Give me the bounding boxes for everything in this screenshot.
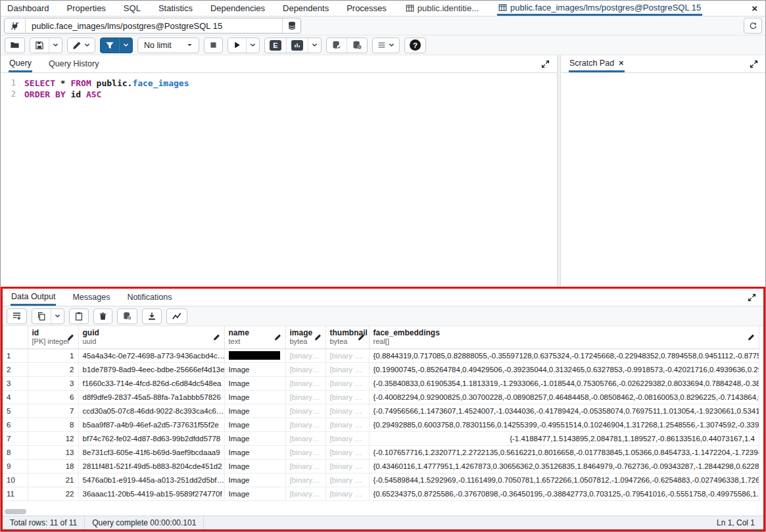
doc-tab-face-images[interactable]: public.face_images/lms/postgres@PostgreS… <box>497 1 702 16</box>
cell-id[interactable]: 7 <box>28 404 78 418</box>
tab-query-history[interactable]: Query History <box>48 55 99 72</box>
tab-scratch-pad[interactable]: Scratch Pad × <box>569 55 625 72</box>
row-number-cell[interactable]: 6 <box>3 418 28 431</box>
cell-guid[interactable]: bf74c762-fe02-4d87-8d63-99b2dfdd5778 <box>78 431 224 445</box>
explain-button[interactable]: E <box>265 38 286 53</box>
cell-image[interactable]: [binary data] <box>285 473 325 487</box>
cell-thumbnail[interactable]: [binary data] <box>325 473 369 487</box>
cell-name[interactable]: Image <box>224 362 285 376</box>
table-row[interactable]: 57ccd30a05-07c8-46dd-9022-8c393ca4c6…Ima… <box>3 404 759 418</box>
cell-face-embeddings[interactable]: {0.8844319,0.717085,0.82888055,-0.355971… <box>369 349 759 362</box>
menu-item-processes[interactable]: Processes <box>347 1 387 16</box>
cell-guid[interactable]: d8f9dfe9-2837-45a5-88fa-7a1abbb57826 <box>78 390 224 404</box>
edit-pencil-icon[interactable] <box>67 333 74 341</box>
save-options-chevron[interactable] <box>49 38 62 53</box>
cell-face-embeddings[interactable]: {0.43460116,1.4777951,1.4267873,0.306563… <box>369 459 759 473</box>
row-number-cell[interactable]: 2 <box>3 362 28 376</box>
doc-tab-identities[interactable]: public.identitie... <box>404 1 480 16</box>
copy-button[interactable] <box>32 309 51 324</box>
reset-query-button[interactable] <box>744 18 762 34</box>
cell-image[interactable]: [binary data] <box>285 390 325 404</box>
cell-face-embeddings[interactable]: {-0.74956566,1.1473607,1.4524007,-1.0344… <box>369 404 759 418</box>
grid-corner-cell[interactable] <box>3 326 28 349</box>
cell-guid[interactable]: 45a4a34c-0e72-4698-a773-9436acbd4c… <box>78 349 224 362</box>
column-header-face_embeddings[interactable]: face_embeddingsreal[] <box>369 326 759 349</box>
cell-guid[interactable]: 8e731cf3-605e-41f6-b69d-9aef9bcdaaa9 <box>78 445 224 459</box>
cell-face-embeddings[interactable]: {0.19900745,-0.85264784,0.49429506,-0.39… <box>369 362 759 376</box>
row-limit-select[interactable]: No limit <box>138 38 199 53</box>
cell-name[interactable]: Image <box>224 473 285 487</box>
tab-messages[interactable]: Messages <box>72 289 110 306</box>
paste-button[interactable] <box>70 309 88 324</box>
copy-options-chevron[interactable] <box>51 309 64 324</box>
table-row[interactable]: 46d8f9dfe9-2837-45a5-88fa-7a1abbb57826Im… <box>3 390 759 404</box>
cell-guid[interactable]: b1de7879-8ad9-4eec-bdbe-25666ef4d13e <box>78 362 224 376</box>
cell-id[interactable]: 2 <box>28 362 78 376</box>
filter-options-chevron[interactable] <box>119 38 132 53</box>
cell-name[interactable]: Image <box>224 459 285 473</box>
row-number-cell[interactable]: 10 <box>3 473 28 487</box>
explain-options-chevron[interactable] <box>308 38 321 53</box>
sql-editor-code[interactable]: 1SELECT * FROM public.face_images2ORDER … <box>1 73 557 287</box>
menu-item-properties[interactable]: Properties <box>67 1 106 16</box>
cell-thumbnail[interactable]: [binary data] <box>325 349 369 362</box>
table-row[interactable]: 712bf74c762-fe02-4d87-8d63-99b2dfdd5778I… <box>3 431 759 445</box>
rollback-button[interactable] <box>347 38 367 53</box>
menu-item-dashboard[interactable]: Dashboard <box>7 1 49 16</box>
cell-thumbnail[interactable]: [binary data] <box>325 459 369 473</box>
explain-analyze-button[interactable] <box>286 38 308 53</box>
cell-id[interactable]: 18 <box>28 459 78 473</box>
cell-thumbnail[interactable]: [binary data] <box>325 376 369 390</box>
cell-guid[interactable]: 2811f481-521f-49d5-b883-8204cde451d2 <box>78 459 224 473</box>
close-icon[interactable]: × <box>752 1 757 16</box>
close-icon[interactable]: × <box>619 58 624 68</box>
execute-query-button[interactable] <box>228 38 246 53</box>
cell-image[interactable]: [binary data] <box>285 459 325 473</box>
cell-image[interactable]: [binary data] <box>285 376 325 390</box>
tab-notifications[interactable]: Notifications <box>126 289 172 306</box>
expand-icon[interactable] <box>748 289 756 306</box>
cell-guid[interactable]: ccd30a05-07c8-46dd-9022-8c393ca4c6… <box>78 404 224 418</box>
cell-thumbnail[interactable]: [binary data] <box>325 404 369 418</box>
column-header-id[interactable]: id[PK] integer <box>28 326 78 349</box>
column-header-name[interactable]: nametext <box>224 326 285 349</box>
save-file-button[interactable] <box>30 38 49 53</box>
cell-image[interactable]: [binary data] <box>285 445 325 459</box>
column-header-guid[interactable]: guiduuid <box>78 326 224 349</box>
menu-item-dependents[interactable]: Dependents <box>283 1 329 16</box>
table-row[interactable]: 22b1de7879-8ad9-4eec-bdbe-25666ef4d13eIm… <box>3 362 759 376</box>
cell-guid[interactable]: 5476a0b1-e919-445a-a013-251dd2d5bf… <box>78 473 224 487</box>
graph-visualiser-button[interactable] <box>167 309 187 324</box>
cell-id[interactable]: 22 <box>28 487 78 500</box>
edit-pencil-icon[interactable] <box>213 333 220 341</box>
cell-face-embeddings[interactable]: {-0.35840833,0.61905354,1.1813319,-1.293… <box>369 376 759 390</box>
cell-name[interactable]: Image <box>224 390 285 404</box>
row-number-cell[interactable]: 7 <box>3 431 28 445</box>
execute-options-chevron[interactable] <box>246 38 259 53</box>
cell-face-embeddings[interactable]: {-0.107657716,1.2320771,2.2722135,0.5616… <box>369 445 759 459</box>
cell-image[interactable]: [binary data] <box>285 431 325 445</box>
cell-guid[interactable]: f1660c33-714e-4fcd-826d-c6d84dc548ea <box>78 376 224 390</box>
expand-icon[interactable] <box>541 55 550 72</box>
row-number-cell[interactable]: 3 <box>3 376 28 390</box>
cell-face-embeddings[interactable]: {-0.40082294,0.92900825,0.30700228,-0.08… <box>369 390 759 404</box>
table-row[interactable]: 8138e731cf3-605e-41f6-b69d-9aef9bcdaaa9I… <box>3 445 759 459</box>
cell-id[interactable]: 12 <box>28 431 78 445</box>
add-row-button[interactable] <box>7 309 26 324</box>
cell-image[interactable]: [binary data] <box>285 418 325 431</box>
row-number-cell[interactable]: 8 <box>3 445 28 459</box>
edit-pencil-icon[interactable] <box>748 333 755 341</box>
cell-name[interactable]: Image <box>224 445 285 459</box>
cell-face-embeddings[interactable]: {-1.4188477,1.5143895,2.084781,1.189527,… <box>369 431 759 445</box>
cell-name[interactable]: Image <box>224 487 285 500</box>
macros-button[interactable] <box>373 38 399 53</box>
cell-thumbnail[interactable]: [binary data] <box>325 431 369 445</box>
cell-id[interactable]: 1 <box>28 349 78 362</box>
cell-face-embeddings[interactable]: {0.29492885,0.6003758,0.78301156,0.14255… <box>369 418 759 431</box>
table-row[interactable]: 1145a4a34c-0e72-4698-a773-9436acbd4c…[bi… <box>3 349 759 362</box>
tab-query[interactable]: Query <box>9 55 32 72</box>
commit-button[interactable] <box>327 38 347 53</box>
cell-id[interactable]: 3 <box>28 376 78 390</box>
help-button[interactable]: ? <box>405 38 425 53</box>
table-row[interactable]: 10215476a0b1-e919-445a-a013-251dd2d5bf…I… <box>3 473 759 487</box>
